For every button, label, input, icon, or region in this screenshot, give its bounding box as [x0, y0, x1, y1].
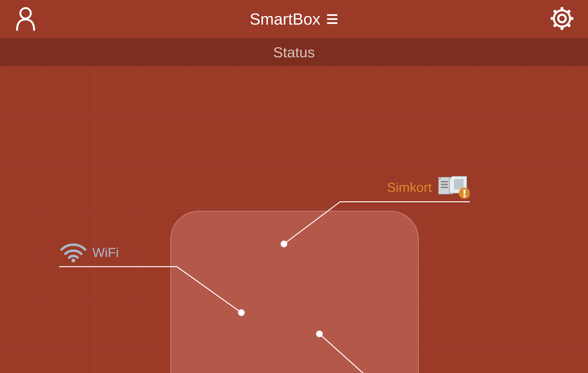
- sim-callout[interactable]: Simkort: [341, 175, 470, 202]
- svg-rect-16: [454, 179, 463, 189]
- svg-rect-13: [441, 181, 448, 182]
- profile-button[interactable]: [14, 6, 37, 32]
- svg-rect-4: [561, 26, 563, 30]
- svg-rect-5: [551, 17, 555, 20]
- svg-point-0: [20, 8, 31, 19]
- menu-icon: [327, 14, 337, 24]
- wifi-callout[interactable]: WiFi: [59, 241, 178, 267]
- user-icon: [14, 6, 37, 31]
- gear-icon: [550, 7, 574, 30]
- svg-point-11: [555, 11, 569, 26]
- app-header: SmartBox: [0, 0, 588, 38]
- sim-label: Simkort: [387, 179, 432, 195]
- sim-card-icon: [437, 175, 470, 199]
- svg-point-20: [72, 259, 75, 263]
- svg-rect-15: [441, 186, 448, 188]
- svg-point-19: [463, 195, 466, 197]
- wifi-icon: [59, 241, 88, 263]
- status-label: Status: [273, 44, 315, 61]
- header-title-group[interactable]: SmartBox: [250, 10, 337, 28]
- wifi-label: WiFi: [92, 245, 119, 260]
- status-subheader: Status: [0, 38, 588, 66]
- device-box: [170, 211, 419, 373]
- status-content: Simkort WiFi: [0, 66, 588, 373]
- settings-button[interactable]: [550, 7, 574, 31]
- svg-rect-14: [441, 184, 448, 185]
- svg-rect-6: [569, 17, 573, 20]
- app-title: SmartBox: [250, 10, 320, 28]
- svg-rect-18: [463, 189, 465, 194]
- svg-rect-3: [561, 7, 563, 11]
